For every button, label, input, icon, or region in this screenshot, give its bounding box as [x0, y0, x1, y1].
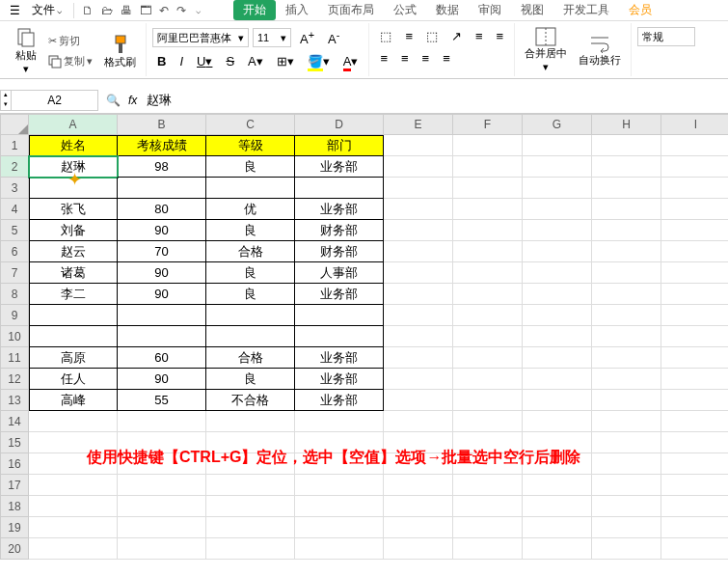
cell-F18[interactable]	[453, 496, 523, 517]
column-header-H[interactable]: H	[592, 114, 661, 135]
cell-G5[interactable]	[523, 220, 592, 241]
qat-open-icon[interactable]: 🗁	[97, 4, 117, 17]
cell-B17[interactable]	[118, 475, 206, 496]
font-color-button[interactable]: A▾	[338, 52, 364, 70]
row-header-5[interactable]: 5	[0, 220, 29, 241]
cell-E12[interactable]	[384, 369, 453, 390]
border-button[interactable]: ⊞▾	[272, 52, 299, 70]
cell-G11[interactable]	[523, 347, 592, 369]
cell-I8[interactable]	[661, 284, 728, 305]
cell-I1[interactable]	[661, 135, 728, 156]
cell-H9[interactable]	[592, 305, 661, 326]
qat-save-icon[interactable]: 🗋	[78, 4, 97, 17]
cell-I12[interactable]	[661, 369, 728, 390]
qat-redo-icon[interactable]: ↷	[173, 4, 190, 17]
bold-button[interactable]: B	[152, 52, 171, 70]
select-all-corner[interactable]	[0, 114, 29, 135]
align-right-icon[interactable]: ≡	[418, 49, 435, 68]
shrink-font-button[interactable]: A-	[323, 27, 344, 48]
cell-G7[interactable]	[523, 262, 592, 284]
number-format-select[interactable]: 常规	[637, 27, 695, 46]
cell-H6[interactable]	[592, 241, 661, 262]
indent-right-icon[interactable]: ≡	[492, 27, 509, 45]
cell-I20[interactable]	[661, 538, 728, 560]
cell-F17[interactable]	[453, 475, 523, 496]
indent-left-icon[interactable]: ≡	[471, 27, 488, 45]
cell-B14[interactable]	[118, 411, 206, 432]
cell-F9[interactable]	[453, 305, 523, 326]
row-header-14[interactable]: 14	[0, 411, 29, 432]
cell-I10[interactable]	[661, 326, 728, 347]
tab-member[interactable]: 会员	[619, 0, 661, 20]
cell-G8[interactable]	[523, 284, 592, 305]
cell-C17[interactable]	[206, 475, 295, 496]
cell-F19[interactable]	[453, 517, 523, 538]
cell-G17[interactable]	[523, 475, 592, 496]
italic-button[interactable]: I	[175, 52, 188, 70]
cell-I18[interactable]	[661, 496, 728, 517]
cell-B10[interactable]	[118, 326, 206, 347]
cell-C4[interactable]: 优	[206, 199, 295, 220]
cell-E20[interactable]	[384, 538, 453, 560]
cell-A4[interactable]: 张飞	[29, 199, 118, 220]
grow-font-button[interactable]: A+	[295, 27, 319, 48]
tab-layout[interactable]: 页面布局	[318, 0, 384, 20]
row-header-3[interactable]: 3	[0, 178, 29, 199]
cell-E18[interactable]	[384, 496, 453, 517]
cell-E1[interactable]	[384, 135, 453, 156]
cell-E5[interactable]	[384, 220, 453, 241]
align-bot-icon[interactable]: ⬚	[421, 27, 443, 45]
cell-D6[interactable]: 财务部	[295, 241, 384, 262]
cell-I9[interactable]	[661, 305, 728, 326]
cell-D3[interactable]	[295, 178, 384, 199]
cell-H10[interactable]	[592, 326, 661, 347]
tab-insert[interactable]: 插入	[276, 0, 318, 20]
cell-H7[interactable]	[592, 262, 661, 284]
qat-preview-icon[interactable]: 🗔	[136, 4, 155, 17]
cell-F3[interactable]	[453, 178, 523, 199]
cell-H5[interactable]	[592, 220, 661, 241]
row-header-9[interactable]: 9	[0, 305, 29, 326]
cell-C3[interactable]	[206, 178, 295, 199]
cell-I3[interactable]	[661, 178, 728, 199]
cell-C11[interactable]: 合格	[206, 347, 295, 369]
cell-E6[interactable]	[384, 241, 453, 262]
format-painter-button[interactable]: 格式刷	[100, 30, 140, 73]
cell-C19[interactable]	[206, 517, 295, 538]
cell-A7[interactable]: 诸葛	[29, 262, 118, 284]
align-top-icon[interactable]: ⬚	[375, 27, 396, 45]
cell-I7[interactable]	[661, 262, 728, 284]
cell-D5[interactable]: 财务部	[295, 220, 384, 241]
column-header-A[interactable]: A	[29, 114, 118, 135]
row-header-2[interactable]: 2	[0, 156, 29, 178]
cell-E17[interactable]	[384, 475, 453, 496]
cell-reference-input[interactable]	[12, 90, 98, 111]
cell-C7[interactable]: 良	[206, 262, 295, 284]
cell-D11[interactable]: 业务部	[295, 347, 384, 369]
column-header-E[interactable]: E	[384, 114, 453, 135]
cell-F5[interactable]	[453, 220, 523, 241]
cell-D10[interactable]	[295, 326, 384, 347]
cell-G3[interactable]	[523, 178, 592, 199]
qat-undo-icon[interactable]: ↶	[155, 4, 173, 17]
cell-E10[interactable]	[384, 326, 453, 347]
align-left-icon[interactable]: ≡	[375, 49, 392, 68]
merge-button[interactable]: 合并居中▾	[521, 23, 571, 77]
cell-F6[interactable]	[453, 241, 523, 262]
cell-H11[interactable]	[592, 347, 661, 369]
cell-E3[interactable]	[384, 178, 453, 199]
cell-H1[interactable]	[592, 135, 661, 156]
cell-C9[interactable]	[206, 305, 295, 326]
column-header-I[interactable]: I	[661, 114, 728, 135]
cell-B19[interactable]	[118, 517, 206, 538]
row-header-13[interactable]: 13	[0, 390, 29, 411]
cell-B3[interactable]	[118, 178, 206, 199]
fx-label[interactable]: fx	[128, 94, 137, 107]
cell-H3[interactable]	[592, 178, 661, 199]
cell-F1[interactable]	[453, 135, 523, 156]
cell-G13[interactable]	[523, 390, 592, 411]
cell-I2[interactable]	[661, 156, 728, 178]
cell-A17[interactable]	[29, 475, 118, 496]
cell-G6[interactable]	[523, 241, 592, 262]
qat-print-icon[interactable]: 🖶	[117, 4, 136, 17]
